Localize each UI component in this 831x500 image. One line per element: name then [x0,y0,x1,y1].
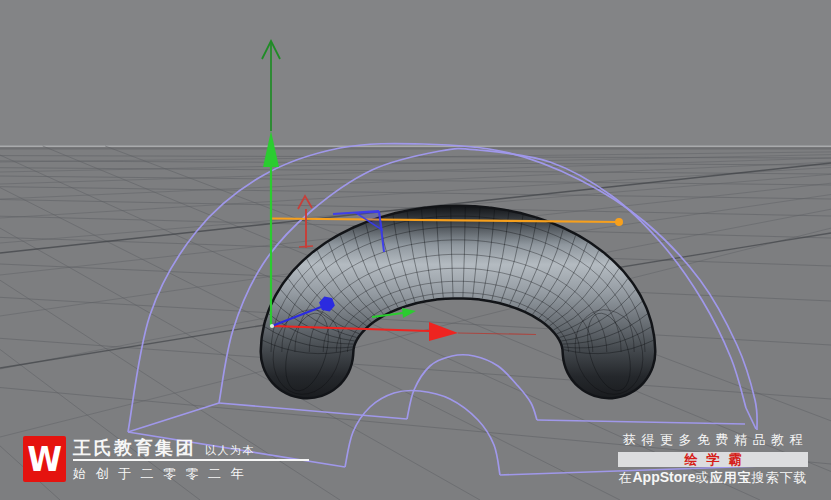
company-since: 始创于二零零二年 [73,465,309,483]
company-slogan: 以人为本 [205,443,255,458]
sky [0,0,831,147]
logo-letter: W [27,439,62,478]
viewport-window: W 王氏教育集团 以人为本 始创于二零零二年 获得更多免费精品教程 绘学霸 在A… [0,0,831,500]
watermark-right: 获得更多免费精品教程 绘学霸 在AppStore或应用宝搜索下载 [618,431,808,487]
brand-name: 绘学霸 [676,452,751,467]
gizmo-origin-dot[interactable] [270,324,274,328]
promo-text: 获得更多免费精品教程 [618,431,808,449]
dl-suffix: 搜索下载 [752,470,808,485]
watermark-left-text: 王氏教育集团 以人为本 始创于二零零二年 [73,436,309,483]
dl-or: 或 [696,470,710,485]
company-name: 王氏教育集团 [73,436,196,460]
dl-store: AppStore [633,469,696,485]
wang-education-logo-icon: W [23,436,66,482]
brand-badge: 绘学霸 [618,452,808,467]
viewport-3d[interactable] [0,0,831,500]
divider-line [73,459,309,461]
measure-endpoint-handle[interactable] [615,218,623,226]
watermark-left: W 王氏教育集团 以人为本 始创于二零零二年 [23,436,309,483]
dl-app: 应用宝 [710,470,752,485]
dl-prefix: 在 [619,470,633,485]
download-text: 在AppStore或应用宝搜索下载 [618,469,808,487]
